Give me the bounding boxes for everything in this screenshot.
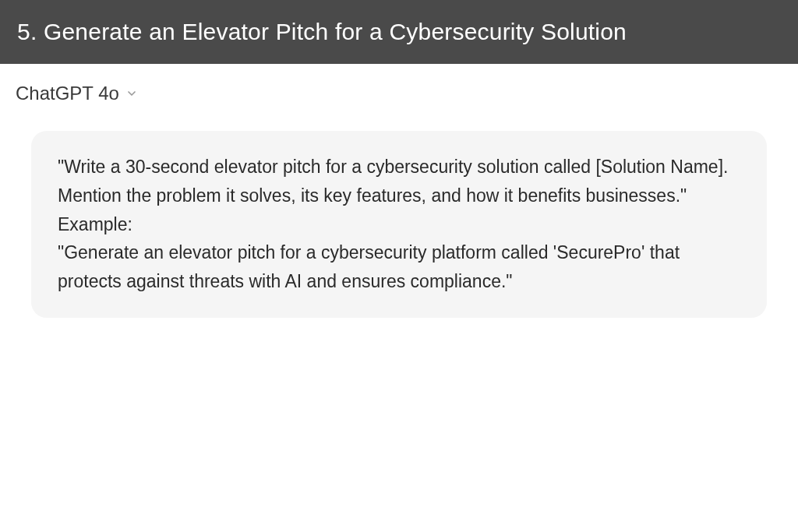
- model-name: ChatGPT 4o: [16, 83, 119, 104]
- chevron-down-icon: [125, 87, 138, 100]
- message-text-prompt: "Write a 30-second elevator pitch for a …: [58, 153, 740, 210]
- content-area: "Write a 30-second elevator pitch for a …: [0, 120, 798, 318]
- model-selector[interactable]: ChatGPT 4o: [0, 64, 154, 120]
- section-title: 5. Generate an Elevator Pitch for a Cybe…: [17, 19, 627, 44]
- message-text-example-label: Example:: [58, 210, 740, 239]
- message-text-example: "Generate an elevator pitch for a cybers…: [58, 238, 740, 296]
- section-header: 5. Generate an Elevator Pitch for a Cybe…: [0, 0, 798, 64]
- user-message-card: "Write a 30-second elevator pitch for a …: [31, 131, 767, 318]
